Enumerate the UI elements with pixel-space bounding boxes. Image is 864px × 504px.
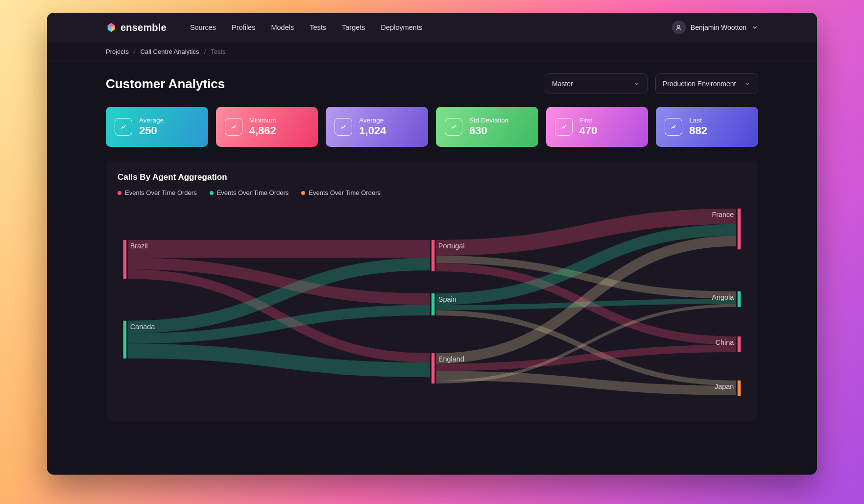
page-header: Customer Analytics Master Production Env… bbox=[106, 73, 758, 94]
sankey-node-label: England bbox=[438, 355, 464, 363]
legend-dot bbox=[210, 191, 214, 195]
legend-label: Events Over Time Orders bbox=[125, 189, 197, 196]
breadcrumb: Projects/Call Centre Analytics/Tests bbox=[47, 42, 817, 62]
chevron-down-icon bbox=[744, 80, 751, 87]
legend-item: Events Over Time Orders bbox=[210, 189, 289, 196]
legend-item: Events Over Time Orders bbox=[118, 189, 197, 196]
kpi-value: 4,862 bbox=[249, 124, 276, 137]
kpi-label: Std Deviation bbox=[469, 117, 508, 124]
branch-select[interactable]: Master bbox=[545, 73, 648, 94]
sankey-node[interactable] bbox=[123, 240, 126, 279]
sankey-node-label: Portugal bbox=[438, 242, 465, 250]
kpi-label: Minimum bbox=[249, 117, 276, 124]
kpi-row: Average250Minimum4,862Average1,024Std De… bbox=[106, 107, 758, 147]
kpi-card[interactable]: Std Deviation630 bbox=[436, 107, 538, 147]
chart-icon bbox=[225, 118, 242, 136]
sankey-node-label: Angola bbox=[712, 293, 734, 301]
environment-select-value: Production Environment bbox=[663, 80, 736, 88]
kpi-label: First bbox=[579, 117, 598, 124]
nav-item-targets[interactable]: Targets bbox=[342, 24, 365, 31]
sankey-node-label: France bbox=[712, 211, 734, 218]
kpi-card[interactable]: Last882 bbox=[656, 107, 758, 147]
legend-label: Events Over Time Orders bbox=[309, 189, 381, 196]
kpi-value: 250 bbox=[139, 124, 164, 137]
chart-icon bbox=[335, 118, 352, 136]
chart-legend: Events Over Time OrdersEvents Over Time … bbox=[118, 189, 746, 196]
kpi-card[interactable]: First470 bbox=[546, 107, 648, 147]
breadcrumb-item: Tests bbox=[211, 48, 225, 55]
legend-label: Events Over Time Orders bbox=[217, 189, 289, 196]
chevron-down-icon bbox=[633, 80, 640, 87]
chart-icon bbox=[555, 118, 573, 136]
sankey-node-label: Japan bbox=[715, 383, 734, 390]
kpi-label: Average bbox=[359, 117, 386, 124]
kpi-card[interactable]: Minimum4,862 bbox=[216, 107, 318, 147]
kpi-card[interactable]: Average1,024 bbox=[326, 107, 428, 147]
sankey-node[interactable] bbox=[123, 321, 126, 359]
nav-item-profiles[interactable]: Profiles bbox=[232, 24, 255, 31]
sankey-node[interactable] bbox=[432, 353, 434, 384]
sankey-node-label: China bbox=[716, 338, 735, 346]
chart-icon bbox=[115, 118, 132, 136]
svg-point-0 bbox=[677, 25, 680, 27]
kpi-value: 630 bbox=[469, 124, 508, 137]
legend-dot bbox=[118, 191, 121, 195]
main-nav: SourcesProfilesModelsTestsTargetsDeploym… bbox=[190, 24, 422, 31]
sankey-node-label: Spain bbox=[438, 295, 456, 303]
avatar-icon bbox=[672, 21, 686, 34]
kpi-label: Average bbox=[139, 117, 164, 124]
app-window: ensemble SourcesProfilesModelsTestsTarge… bbox=[47, 13, 817, 475]
branch-select-value: Master bbox=[552, 80, 573, 88]
sankey-node[interactable] bbox=[738, 336, 741, 352]
topbar: ensemble SourcesProfilesModelsTestsTarge… bbox=[47, 13, 817, 42]
chart-icon bbox=[665, 118, 682, 136]
page-selects: Master Production Environment bbox=[545, 73, 758, 94]
sankey-node-label: Brazil bbox=[130, 242, 148, 250]
sankey-node[interactable] bbox=[738, 381, 741, 396]
breadcrumb-item[interactable]: Projects bbox=[106, 48, 129, 55]
chart-icon bbox=[445, 118, 462, 136]
kpi-value: 882 bbox=[689, 124, 707, 137]
sankey-node[interactable] bbox=[738, 209, 741, 249]
chart-title: Calls By Agent Aggregation bbox=[118, 172, 746, 182]
brand-logo-icon bbox=[106, 22, 117, 33]
nav-item-sources[interactable]: Sources bbox=[190, 24, 216, 31]
breadcrumb-separator: / bbox=[134, 48, 136, 55]
sankey-node[interactable] bbox=[432, 240, 434, 271]
kpi-value: 1,024 bbox=[359, 124, 386, 137]
user-menu[interactable]: Benjamin Wootton bbox=[672, 21, 758, 34]
page-title: Customer Analytics bbox=[106, 76, 225, 92]
breadcrumb-separator: / bbox=[204, 48, 206, 55]
legend-dot bbox=[301, 191, 305, 195]
chevron-down-icon bbox=[751, 24, 758, 31]
breadcrumb-item[interactable]: Call Centre Analytics bbox=[141, 48, 199, 55]
nav-item-deployments[interactable]: Deployments bbox=[381, 24, 423, 31]
kpi-label: Last bbox=[689, 117, 707, 124]
environment-select[interactable]: Production Environment bbox=[655, 73, 758, 94]
chart-card: Calls By Agent Aggregation Events Over T… bbox=[106, 161, 758, 422]
kpi-card[interactable]: Average250 bbox=[106, 107, 208, 147]
brand-name: ensemble bbox=[120, 22, 167, 33]
page: Customer Analytics Master Production Env… bbox=[47, 62, 817, 475]
kpi-value: 470 bbox=[579, 124, 598, 137]
sankey-node[interactable] bbox=[738, 291, 741, 307]
user-name: Benjamin Wootton bbox=[691, 24, 746, 31]
nav-item-models[interactable]: Models bbox=[271, 24, 294, 31]
nav-item-tests[interactable]: Tests bbox=[310, 24, 326, 31]
sankey-chart: BrazilCanadaPortugalSpainEnglandFranceAn… bbox=[118, 203, 746, 413]
brand[interactable]: ensemble bbox=[106, 22, 167, 33]
sankey-node-label: Canada bbox=[130, 323, 156, 331]
legend-item: Events Over Time Orders bbox=[301, 189, 381, 196]
sankey-node[interactable] bbox=[432, 293, 434, 315]
